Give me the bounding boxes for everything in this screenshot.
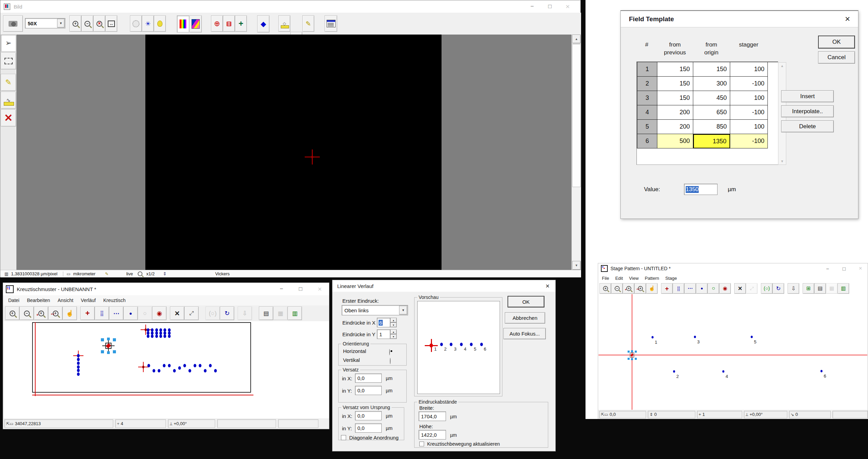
bild-maximize-button[interactable]: □ (545, 3, 554, 10)
cell-stagger[interactable]: -100 (730, 105, 768, 120)
vu-iny-input[interactable]: 0,0 (355, 423, 382, 433)
cell-stagger[interactable]: 100 (730, 120, 768, 134)
zoom-factor-value[interactable]: x1/2 (146, 271, 155, 276)
color-bars-button[interactable] (177, 15, 189, 32)
annotate-pencil-button[interactable]: ✎ (302, 15, 314, 32)
report-button[interactable] (325, 15, 337, 32)
lv-ok-button[interactable]: OK (508, 296, 544, 307)
diagonale-checkbox[interactable] (341, 435, 346, 440)
stage-maximize-button[interactable]: □ (840, 266, 849, 272)
cell-from-origin[interactable]: 300 (693, 77, 730, 91)
breite-input[interactable]: 1704,0 (419, 411, 446, 421)
table-row-selected[interactable]: 6 500 1350 -100 (637, 134, 778, 148)
statusbar-magnifier-icon[interactable] (137, 272, 142, 276)
table-scroll-down-icon[interactable]: ▼ (778, 159, 786, 163)
measure-circle-button[interactable]: ⊕ (211, 15, 223, 32)
sp-zoom-point-button[interactable]: ++ (623, 283, 634, 294)
kreuztisch-minimize-button[interactable]: − (277, 286, 286, 292)
eindruecke-y-down-button[interactable]: ▼ (390, 334, 397, 339)
sp-zoom-in-button[interactable]: + (600, 283, 611, 294)
kreuztisch-titlebar[interactable]: Kreuztischmuster - UNBENANNT * − □ × (3, 283, 329, 295)
erster-eindruck-dropdown-button[interactable]: ▼ (399, 306, 407, 315)
kt-grid-pattern-button[interactable]: ⣿ (95, 306, 109, 320)
table-row[interactable]: 3 150 450 100 (637, 91, 778, 105)
eindruecke-x-up-button[interactable]: ▲ (390, 318, 397, 323)
sp-circle-dot-button[interactable]: ◉ (719, 283, 731, 294)
bild-titlebar[interactable]: Bild − □ × (0, 0, 580, 13)
kt-zoom-out-button[interactable]: − (19, 306, 34, 320)
measure-curve-tool-button[interactable]: ∿ (1, 92, 16, 109)
kreuztisch-maximize-button[interactable]: □ (296, 286, 305, 292)
eindruecke-x-down-button[interactable]: ▼ (390, 323, 397, 327)
table-row[interactable]: 1 150 150 100 (637, 62, 778, 77)
measure-length-button[interactable]: ⊟ (223, 15, 235, 32)
kt-pattern-list-button[interactable]: ▥ (288, 306, 302, 320)
scroll-up-button[interactable]: ▲ (572, 35, 581, 43)
magnification-dropdown-button[interactable]: ▼ (57, 19, 65, 28)
sp-grid-pattern-button[interactable]: ⣿ (673, 283, 684, 294)
zoom-in-button[interactable]: + (69, 15, 81, 32)
kt-zoom-multi-button[interactable]: +⁺⁺ (48, 306, 63, 320)
horizontal-radio[interactable] (389, 349, 390, 355)
kreuztischbewegung-checkbox[interactable] (419, 442, 424, 446)
cell-stagger[interactable]: 100 (730, 91, 768, 105)
cell-from-previous[interactable]: 150 (657, 77, 693, 91)
sp-pattern-list-button[interactable]: ▥ (838, 283, 849, 294)
zoom-out-button[interactable]: − (81, 15, 93, 32)
vertikal-radio[interactable] (390, 358, 391, 364)
cell-stagger[interactable]: -100 (730, 77, 768, 91)
versatz-iny-input[interactable]: 0,0 (355, 386, 382, 395)
row-header[interactable]: 5 (637, 120, 657, 134)
menu-file[interactable]: File (599, 275, 612, 282)
table-scroll-up-icon[interactable]: ▲ (778, 64, 786, 68)
table-row[interactable]: 4 200 650 -100 (637, 105, 778, 120)
magnification-dropdown[interactable]: 50X ▼ (25, 18, 65, 28)
measure-cross-button[interactable]: + (235, 15, 247, 32)
cell-stagger[interactable]: 100 (730, 62, 768, 77)
lv-auto-fokus-button[interactable]: Auto Fokus... (503, 328, 546, 339)
stage-close-button[interactable]: × (856, 265, 865, 272)
kreuztisch-close-button[interactable]: × (315, 285, 324, 293)
cell-from-origin[interactable]: 650 (693, 105, 730, 120)
menu-kreuztisch[interactable]: Kreuztisch (100, 296, 129, 304)
updown-arrows-icon[interactable]: ⇕ (163, 271, 167, 276)
cancel-button[interactable]: Cancel (818, 51, 855, 64)
sp-field-template-button[interactable]: ⊞ (803, 283, 814, 294)
kt-pan-button[interactable]: ☝ (63, 306, 77, 320)
field-template-titlebar[interactable]: Field Template × (621, 11, 858, 27)
kreuztisch-canvas[interactable] (4, 321, 329, 418)
sp-start-button[interactable]: ⇩ (788, 283, 799, 294)
row-header[interactable]: 3 (637, 91, 657, 105)
shading-button[interactable] (130, 15, 142, 32)
vu-inx-input[interactable]: 0,0 (355, 411, 382, 420)
sp-fit-view-button[interactable]: ⤢ (746, 283, 758, 294)
cell-from-previous[interactable]: 500 (657, 134, 693, 148)
menu-edit[interactable]: Edit (612, 275, 626, 282)
menu-stage[interactable]: Stage (662, 275, 680, 282)
scroll-thumb[interactable] (572, 44, 581, 187)
kt-zoom-in-button[interactable]: + (5, 306, 19, 320)
bild-minimize-button[interactable]: − (528, 3, 537, 10)
cell-from-previous[interactable]: 200 (657, 105, 693, 120)
cell-from-previous[interactable]: 200 (657, 120, 693, 134)
camera-button[interactable] (3, 15, 23, 32)
row-header[interactable]: 6 (637, 134, 657, 148)
sp-single-dot-button[interactable]: ● (696, 283, 708, 294)
pointer-tool-button[interactable]: ➢ (1, 35, 16, 52)
sp-pan-button[interactable]: ☝ (646, 283, 658, 294)
table-row[interactable]: 5 200 850 100 (637, 120, 778, 134)
cell-from-previous[interactable]: 150 (657, 91, 693, 105)
statusbar-pencil-icon[interactable]: ✎ (105, 272, 108, 276)
kt-zoom-point-button[interactable]: ++ (34, 306, 48, 320)
cell-from-origin[interactable]: 450 (693, 91, 730, 105)
brightness-button[interactable]: ☀ (142, 15, 154, 32)
kreuztischbewegung-row[interactable]: Kreuztischbewegung aktualisieren (419, 441, 500, 447)
cell-from-origin[interactable]: 150 (693, 62, 730, 77)
menu-verlauf[interactable]: Verläuf (77, 296, 100, 304)
stage-titlebar[interactable]: Stage Pattern - UNTITLED * − □ × (598, 263, 868, 274)
kt-template-button[interactable]: ▦ (273, 306, 288, 320)
lamp-button[interactable] (154, 15, 166, 32)
menu-datei[interactable]: Datei (4, 296, 23, 304)
false-color-button[interactable] (189, 15, 202, 32)
sp-zoom-out-button[interactable]: − (611, 283, 623, 294)
